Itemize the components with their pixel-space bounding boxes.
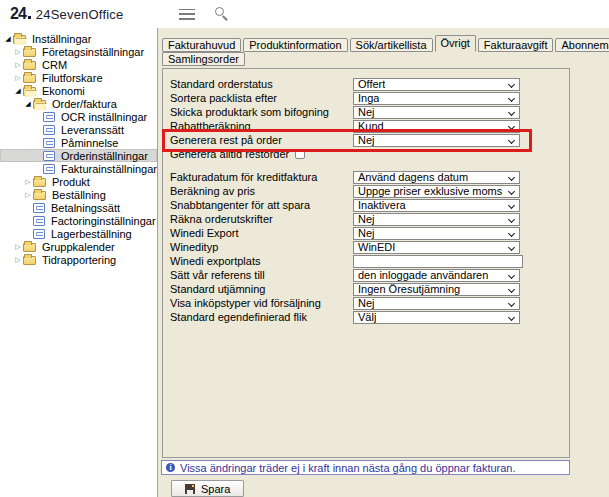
logo-dot [28,16,31,19]
sidebar-item-order-faktura[interactable]: ◢Order/faktura [0,97,157,110]
tree-collapsed-icon[interactable]: ▷ [13,255,23,265]
select-sortera-packlista-efter[interactable]: Inga [353,92,520,105]
text-input-winedi-exportplats[interactable] [353,255,523,268]
select-winedi-export[interactable]: Nej [353,227,520,240]
select-standard-orderstatus[interactable]: Offert [353,78,520,91]
tab-fakturahuvud[interactable]: Fakturahuvud [162,38,241,52]
sidebar-item-crm[interactable]: ▷CRM [0,58,157,71]
sidebar-item-best-llning[interactable]: ▷Beställning [0,188,157,201]
select-value: Använd dagens datum [358,172,468,183]
tree-collapsed-icon[interactable]: ▷ [23,177,33,187]
form-label: Winedi exportplats [170,255,353,267]
sidebar-item-produkt[interactable]: ▷Produkt [0,175,157,188]
tree-expanded-icon[interactable]: ◢ [13,86,23,96]
tree-collapsed-icon[interactable]: ▷ [23,190,33,200]
select-snabbtangenter-f-r-att-spara[interactable]: Inaktivera [353,199,520,212]
select-generera-rest-p-order[interactable]: Nej [353,134,520,147]
sidebar-item-label: Order/faktura [50,98,119,110]
tree-collapsed-icon[interactable]: ▷ [13,47,23,57]
tab-samlingsorder[interactable]: Samlingsorder [162,52,245,66]
select-value: Välj [358,312,376,323]
sidebar-item-p-minnelse[interactable]: Påminnelse [0,136,157,149]
chevron-down-icon [508,229,515,236]
sidebar-item-fakturainst-llningar[interactable]: Fakturainställningar [0,162,157,175]
sidebar-item-label: OCR inställningar [59,111,149,123]
tab-abonnemangsfaktura[interactable]: Abonnemangsfaktura [555,38,609,52]
sidebar-item-label: Ekonomi [40,85,87,97]
sidebar-item-f-retagsinst-llningar[interactable]: ▷Företagsinställningar [0,45,157,58]
form-label: Winedi Export [170,227,353,239]
tree-expanded-icon[interactable]: ◢ [23,99,33,109]
sidebar-item-label: Leveranssätt [59,124,126,136]
checkbox-generera-alltid-restorder[interactable] [295,149,305,159]
tree-collapsed-icon[interactable]: ▷ [13,60,23,70]
save-button[interactable]: Spara [171,480,244,497]
form-row-standard-egendefinierad-flik: Standard egendefinierad flikVälj [170,310,569,324]
form-icon [33,203,45,213]
form-row-standard-utj-mning: Standard utjämningIngen Öresutjämning [170,282,569,296]
hamburger-menu-icon[interactable] [179,9,195,20]
folder-icon [23,256,36,265]
chevron-down-icon [508,271,515,278]
sidebar-item-label: Inställningar [30,33,93,45]
sidebar-item-ekonomi[interactable]: ◢Ekonomi [0,84,157,97]
tree-expanded-icon[interactable]: ◢ [3,34,13,44]
folder-icon [33,191,46,200]
form-label: Generera alltid restorder [170,148,289,160]
form-label: Generera rest på order [170,134,353,146]
select-value: Nej [358,214,375,225]
search-icon[interactable] [215,7,229,21]
select-value: Nej [358,298,375,309]
form-row-winedi-exportplats: Winedi exportplats [170,254,569,268]
select-visa-ink-pstyper-vid-f-rs-ljning[interactable]: Nej [353,297,520,310]
select-value: Inga [358,93,379,104]
sidebar-item-ocr-inst-llningar[interactable]: OCR inställningar [0,110,157,123]
select-winedityp[interactable]: WinEDI [353,241,520,254]
form-row-ber-kning-av-pris: Beräkning av prisUppge priser exklusive … [170,184,569,198]
folder-open-icon [23,87,36,96]
sidebar-item-filutforskare[interactable]: ▷Filutforskare [0,71,157,84]
tree-collapsed-icon[interactable]: ▷ [13,73,23,83]
tab-fakturaavgift[interactable]: Fakturaavgift [478,38,554,52]
select-ber-kning-av-pris[interactable]: Uppge priser exklusive moms [353,185,520,198]
select-standard-utj-mning[interactable]: Ingen Öresutjämning [353,283,520,296]
chevron-down-icon [508,173,515,180]
info-message: Vissa ändringar träder ej i kraft innan … [180,462,516,474]
form-row-standard-orderstatus: Standard orderstatusOffert [170,77,569,91]
settings-panel: Standard orderstatusOffertSortera packli… [162,68,570,458]
select-rabattber-kning[interactable]: Kund [353,120,520,133]
sidebar-item-tidrapportering[interactable]: ▷Tidrapportering [0,253,157,266]
save-button-label: Spara [201,483,230,495]
select-skicka-produktark-som-bifogning[interactable]: Nej [353,106,520,119]
chevron-down-icon [508,313,515,320]
app-body: ◢Inställningar▷Företagsinställningar▷CRM… [0,28,609,497]
sidebar-item-gruppkalender[interactable]: ▷Gruppkalender [0,240,157,253]
form-icon [33,229,45,239]
main-area: FakturahuvudProduktinformationSök/artike… [158,28,609,497]
sidebar-item-betalningss-tt[interactable]: Betalningssätt [0,201,157,214]
sidebar-item-label: Beställning [50,189,108,201]
select-standard-egendefinierad-flik[interactable]: Välj [353,311,520,324]
logo-24-icon: 24 [10,5,26,23]
tab-produktinformation[interactable]: Produktinformation [243,38,347,52]
sidebar-item-factoringinst-llningar[interactable]: Factoringinställningar [0,214,157,227]
form-label: Standard utjämning [170,283,353,295]
sidebar-item-leveranss-tt[interactable]: Leveranssätt [0,123,157,136]
form-label: Standard orderstatus [170,78,353,90]
sidebar-item-label: CRM [40,59,69,71]
tab-s-k-artikellista[interactable]: Sök/artikellista [350,38,433,52]
select-r-kna-orderutskrifter[interactable]: Nej [353,213,520,226]
select-fakturadatum-f-r-kreditfaktura[interactable]: Använd dagens datum [353,171,520,184]
folder-open-icon [33,100,46,109]
tab-vrigt[interactable]: Övrigt [435,35,476,52]
sidebar-item-inst-llningar[interactable]: ◢Inställningar [0,32,157,45]
select-value: Uppge priser exklusive moms [358,186,502,197]
sidebar-item-lagerbest-llning[interactable]: Lagerbeställning [0,227,157,240]
sidebar-item-label: Företagsinställningar [40,46,146,58]
sidebar-item-orderinst-llningar[interactable]: Orderinställningar [0,149,157,162]
form-icon [43,151,55,161]
tree-collapsed-icon[interactable]: ▷ [13,242,23,252]
select-value: WinEDI [358,242,395,253]
select-s-tt-v-r-referens-till[interactable]: den inloggade användaren [353,269,520,282]
select-value: Inaktivera [358,200,406,211]
